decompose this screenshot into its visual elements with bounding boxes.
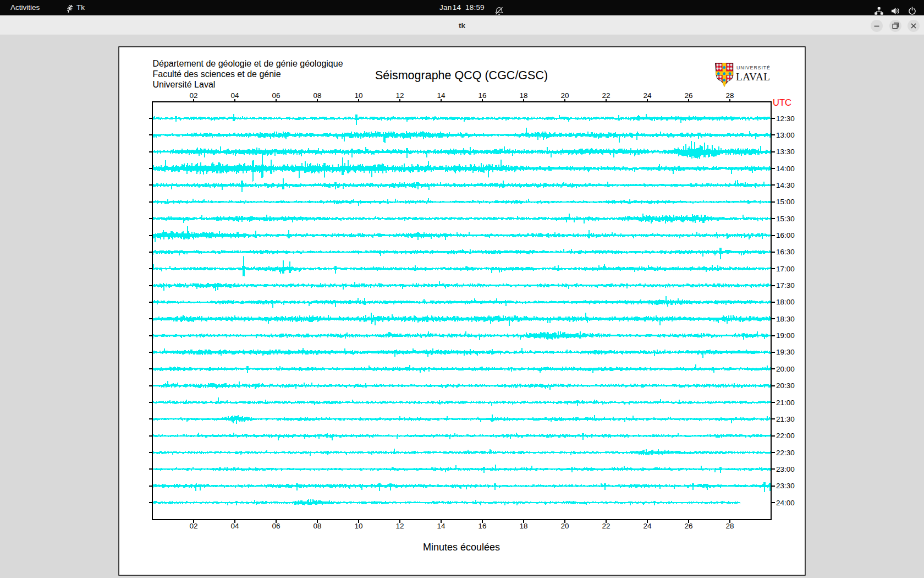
svg-text:16:30: 16:30 (776, 248, 795, 256)
svg-text:24: 24 (643, 522, 652, 530)
svg-text:28: 28 (725, 522, 734, 530)
svg-text:Séismographe QCQ (CGC/GSC): Séismographe QCQ (CGC/GSC) (375, 69, 548, 82)
svg-text:08: 08 (313, 522, 321, 530)
svg-text:UTC: UTC (773, 97, 791, 107)
svg-text:22: 22 (602, 522, 610, 530)
svg-text:Université Laval: Université Laval (153, 80, 216, 89)
svg-text:20: 20 (560, 522, 569, 530)
svg-text:02: 02 (189, 91, 197, 100)
svg-text:18: 18 (519, 522, 527, 530)
svg-text:18: 18 (519, 91, 527, 100)
svg-text:Faculté des sciences et de gén: Faculté des sciences et de génie (153, 69, 281, 79)
svg-text:22:00: 22:00 (776, 432, 795, 440)
svg-text:06: 06 (272, 91, 280, 100)
svg-text:20:30: 20:30 (776, 381, 795, 390)
svg-text:LAVAL: LAVAL (736, 71, 771, 83)
svg-text:19:00: 19:00 (776, 331, 795, 340)
svg-text:15:00: 15:00 (776, 198, 795, 206)
svg-text:13:00: 13:00 (776, 131, 795, 139)
svg-text:23:00: 23:00 (776, 465, 795, 473)
svg-text:26: 26 (684, 522, 692, 530)
svg-text:12: 12 (395, 522, 404, 530)
svg-text:18:00: 18:00 (776, 298, 795, 306)
svg-text:06: 06 (272, 522, 280, 530)
svg-text:15:30: 15:30 (776, 215, 795, 223)
svg-text:17:30: 17:30 (776, 281, 795, 290)
svg-text:14:00: 14:00 (776, 165, 795, 173)
svg-text:22: 22 (602, 91, 610, 100)
svg-text:08: 08 (313, 91, 321, 100)
svg-text:14: 14 (437, 91, 446, 100)
svg-text:16: 16 (478, 91, 486, 100)
svg-text:04: 04 (230, 522, 239, 530)
svg-text:19:30: 19:30 (776, 348, 795, 356)
svg-text:23:30: 23:30 (776, 482, 795, 490)
svg-text:18:30: 18:30 (776, 315, 795, 323)
svg-text:14: 14 (437, 522, 446, 530)
svg-text:17:00: 17:00 (776, 265, 795, 273)
svg-text:14:30: 14:30 (776, 181, 795, 189)
svg-text:Département de géologie et de: Département de géologie et de génie géol… (153, 59, 343, 68)
svg-text:26: 26 (684, 91, 692, 100)
svg-text:22:30: 22:30 (776, 449, 795, 457)
svg-text:13:30: 13:30 (776, 148, 795, 156)
svg-text:24:00: 24:00 (776, 499, 795, 507)
svg-text:Minutes écoulées: Minutes écoulées (423, 542, 500, 553)
svg-text:21:30: 21:30 (776, 415, 795, 423)
svg-text:02: 02 (189, 522, 197, 530)
svg-text:12: 12 (395, 91, 404, 100)
svg-text:12:30: 12:30 (776, 114, 795, 123)
svg-text:UNIVERSITÉ: UNIVERSITÉ (736, 65, 771, 70)
svg-text:20: 20 (560, 91, 569, 100)
svg-text:04: 04 (230, 91, 239, 100)
svg-text:20:00: 20:00 (776, 365, 795, 373)
svg-text:21:00: 21:00 (776, 399, 795, 407)
svg-text:24: 24 (643, 91, 652, 100)
svg-text:28: 28 (725, 91, 734, 100)
svg-text:10: 10 (354, 522, 362, 530)
svg-text:10: 10 (354, 91, 362, 100)
svg-text:16:00: 16:00 (776, 231, 795, 239)
svg-text:16: 16 (478, 522, 486, 530)
